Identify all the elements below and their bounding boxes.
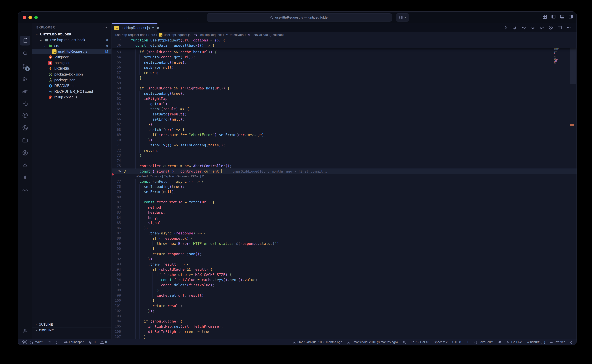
sticky-line-36[interactable]: 36 const fetchData = useCallback(() => { xyxy=(112,43,577,48)
activitybar-run-debug[interactable] xyxy=(20,74,30,84)
statusbar-sync[interactable] xyxy=(47,340,51,344)
code-line-73[interactable]: 73 } xyxy=(112,153,577,158)
breadcrumb-item[interactable]: fetchData xyxy=(225,33,244,37)
code-line-86[interactable]: 86 }) xyxy=(112,226,577,231)
file-row-use-http-request-hook[interactable]: ⌄use-http-request-hook xyxy=(32,37,111,43)
code-line-71[interactable]: 71 .finally(() => setIsLoading(false)); xyxy=(112,143,577,148)
code-editor[interactable]: 53 if (shouldCache && cache.has(url)) {5… xyxy=(112,38,577,339)
command-center-search[interactable]: useHttpRequest.js — untitled folder xyxy=(207,13,392,21)
code-line-84[interactable]: 84 body, xyxy=(112,215,577,220)
code-line-81[interactable]: 81 const fetchPromise = fetch(url, { xyxy=(112,200,577,205)
minimize-window-button[interactable] xyxy=(28,16,32,19)
toggle-primary-sidebar-button[interactable] xyxy=(551,14,556,19)
statusbar-0[interactable]: 0 xyxy=(100,340,107,344)
code-line-104[interactable]: 104 if (shouldCache) { xyxy=(112,319,577,324)
activitybar-explorer[interactable] xyxy=(20,36,30,46)
activitybar-settings-gear[interactable] xyxy=(20,337,30,345)
activitybar-gitlens[interactable] xyxy=(20,123,30,133)
agent-layout-button[interactable]: ∨ xyxy=(396,13,409,21)
activitybar-mongo-leaf[interactable] xyxy=(20,172,30,182)
file-row-src[interactable]: ⌄src xyxy=(32,43,111,49)
code-line-94[interactable]: 94 if (shouldCache && result) { xyxy=(112,267,577,272)
split-editor-button[interactable] xyxy=(558,26,562,30)
code-line-58[interactable]: 58 } xyxy=(112,75,577,80)
chevron-down-icon[interactable]: ⌄ xyxy=(39,38,43,42)
code-line-90[interactable]: 90 } xyxy=(112,246,577,251)
code-line-72[interactable]: 72 return; xyxy=(112,148,577,153)
current-change-button[interactable] xyxy=(531,26,535,30)
file-row-rollup-config-js[interactable]: rollup.config.js xyxy=(32,94,111,100)
zoom-window-button[interactable] xyxy=(34,16,38,19)
file-row--npmignore[interactable]: n.npmignore xyxy=(32,60,111,66)
code-line-69[interactable]: 69 if (err.name !== "AbortError") setErr… xyxy=(112,132,577,137)
activitybar-extensions[interactable] xyxy=(20,87,30,97)
previous-change-button[interactable] xyxy=(522,26,526,30)
code-line-57[interactable]: 57 return; xyxy=(112,70,577,75)
code-line-105[interactable]: 105 inFlightMap.set(url, fetchPromise); xyxy=(112,324,577,329)
file-row-usehttprequest-js[interactable]: JSuseHttpRequest.jsM xyxy=(32,49,111,54)
toggle-panel-button[interactable] xyxy=(560,14,565,19)
statusbar-robot[interactable] xyxy=(498,340,502,344)
code-line-79[interactable]: 79 setError(null); xyxy=(112,189,577,194)
statusbar-compare[interactable] xyxy=(56,340,59,344)
code-line-68[interactable]: 68 .catch((err) => { xyxy=(112,127,577,132)
tab-close-icon[interactable]: × xyxy=(157,26,159,30)
statusbar-go-live[interactable]: Go Live xyxy=(506,340,522,344)
statusbar-utf-8[interactable]: UTF-8 xyxy=(452,340,461,344)
outline-section[interactable]: › OUTLINE xyxy=(32,322,111,327)
code-line-66[interactable]: 66 setError(null); xyxy=(112,117,577,122)
statusbar-0[interactable]: 0 xyxy=(89,340,96,344)
code-line-64[interactable]: 64 .then((result) => { xyxy=(112,106,577,112)
statusbar-bell[interactable] xyxy=(569,340,573,344)
activitybar-thunder[interactable] xyxy=(20,148,30,158)
activitybar-windsurf-wave[interactable] xyxy=(20,185,30,195)
code-line-67[interactable]: 67 }) xyxy=(112,122,577,127)
statusbar-launchpad[interactable]: Launchpad xyxy=(64,340,84,344)
activitybar-account[interactable] xyxy=(20,326,30,336)
activitybar-remote-boxes[interactable] xyxy=(20,98,30,108)
toggle-secondary-sidebar-button[interactable] xyxy=(568,14,573,19)
file-row--gitignore[interactable]: .gitignore xyxy=(32,54,111,60)
breadcrumb-item[interactable]: useHttpRequest xyxy=(194,33,222,37)
code-line-100[interactable]: 100 } xyxy=(112,298,577,303)
activitybar-pull-request[interactable] xyxy=(20,110,30,120)
gitlens-graph-button[interactable] xyxy=(549,26,553,30)
code-line-59[interactable]: 59 xyxy=(112,80,577,86)
statusbar-main[interactable]: main* xyxy=(30,340,43,344)
code-line-92[interactable]: 92 }) xyxy=(112,256,577,262)
file-row-package-lock-json[interactable]: jspackage-lock.json xyxy=(32,72,111,77)
code-line-54[interactable]: 54 setData(cache.get(url)); xyxy=(112,54,577,60)
explorer-more-actions[interactable]: ⋯ xyxy=(103,25,108,30)
file-row-recruiter-note-md[interactable]: M↓RECRUITER_NOTE.md xyxy=(32,89,111,94)
code-line-82[interactable]: 82 method, xyxy=(112,205,577,210)
activitybar-source-control[interactable]: 1 xyxy=(20,61,30,71)
statusbar-lf[interactable]: LF xyxy=(466,340,469,344)
code-line-65[interactable]: 65 setData(result); xyxy=(112,112,577,117)
code-line-101[interactable]: 101 return result; xyxy=(112,303,577,308)
code-line-53[interactable]: 53 if (shouldCache && cache.has(url)) { xyxy=(112,49,577,55)
code-line-60[interactable]: 60 if (shouldCache && inFlightMap.has(ur… xyxy=(112,86,577,91)
statusbar-umarsiddique010-8-months-ago[interactable]: umarSiddique010 (8 months ago) xyxy=(347,340,398,344)
code-line-103[interactable]: 103 xyxy=(112,313,577,319)
code-line-97[interactable]: 97 cache.delete(firstValue); xyxy=(112,282,577,288)
timeline-section[interactable]: › TIMELINE xyxy=(32,327,111,333)
next-change-button[interactable] xyxy=(540,26,544,30)
code-line-77[interactable]: 77 const runFetch = async () => { xyxy=(112,179,577,184)
code-line-55[interactable]: 55 setIsLoading(false); xyxy=(112,60,577,65)
lightbulb-icon[interactable] xyxy=(123,169,127,174)
activitybar-search[interactable] xyxy=(20,48,30,58)
code-line-78[interactable]: 78 setIsLoading(true); xyxy=(112,184,577,189)
statusbar-spaces-2[interactable]: Spaces: 2 xyxy=(434,340,448,344)
code-line-93[interactable]: 93 .then((result) => { xyxy=(112,262,577,267)
code-line-107[interactable]: 107 } xyxy=(112,334,577,339)
code-line-98[interactable]: 98 } xyxy=(112,287,577,293)
codelens-row[interactable]: Windsurf: Refactor | Explain | Generate … xyxy=(112,174,577,179)
breadcrumb-item[interactable]: useCallback() callback xyxy=(247,33,284,37)
statusbar-ln-76-col-43[interactable]: Ln 76, Col 43 xyxy=(411,340,429,344)
toggle-changes-button[interactable] xyxy=(513,26,517,30)
statusbar-umarsiddique010-8-months-ago[interactable]: umarSiddique010, 8 months ago xyxy=(293,340,342,344)
code-line-63[interactable]: 63 .get(url) xyxy=(112,101,577,106)
close-window-button[interactable] xyxy=(23,16,26,19)
run-file-button[interactable] xyxy=(504,26,508,30)
statusbar-prettier[interactable]: Prettier xyxy=(550,340,565,344)
